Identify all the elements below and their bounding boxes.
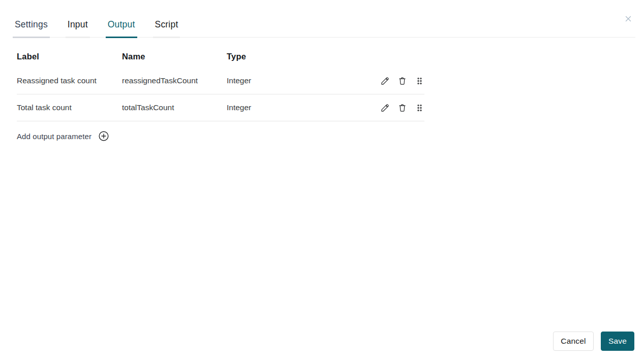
table-header-row: Label Name Type: [17, 38, 424, 68]
close-x-icon: [624, 14, 633, 23]
column-header-actions: [363, 52, 424, 61]
close-button[interactable]: [624, 14, 633, 23]
row-actions: [363, 103, 424, 113]
parameter-table-body: Reassigned task count reassignedTaskCoun…: [17, 68, 424, 121]
column-header-label: Label: [17, 52, 122, 61]
plus-circle-icon: [98, 130, 109, 142]
parameter-label: Reassigned task count: [17, 76, 122, 85]
tab-settings[interactable]: Settings: [13, 19, 50, 38]
column-header-type: Type: [227, 52, 363, 61]
delete-parameter-button[interactable]: [397, 103, 407, 113]
edit-parameter-button[interactable]: [380, 103, 390, 113]
cancel-button[interactable]: Cancel: [553, 332, 594, 351]
row-actions: [363, 76, 424, 86]
pencil-icon: [380, 103, 390, 113]
edit-parameter-button[interactable]: [380, 76, 390, 86]
parameter-label: Total task count: [17, 103, 122, 112]
parameter-name: totalTaskCount: [122, 103, 227, 112]
dialog-tab-bar: Settings Input Output Script: [13, 0, 635, 38]
trash-icon: [397, 103, 407, 113]
save-button[interactable]: Save: [601, 332, 634, 351]
column-header-name: Name: [122, 52, 227, 61]
add-output-parameter-label: Add output parameter: [17, 132, 91, 141]
drag-handle[interactable]: [414, 76, 424, 86]
table-row: Total task count totalTaskCount Integer: [17, 94, 424, 121]
parameter-name: reassignedTaskCount: [122, 76, 227, 85]
dialog-footer: Cancel Save: [553, 332, 634, 351]
add-output-parameter-button[interactable]: [98, 130, 109, 142]
tab-output[interactable]: Output: [106, 19, 137, 38]
parameter-type: Integer: [227, 103, 363, 112]
tab-script[interactable]: Script: [153, 19, 180, 38]
delete-parameter-button[interactable]: [397, 76, 407, 86]
tab-input[interactable]: Input: [66, 19, 90, 38]
drag-indicator-icon: [415, 76, 424, 86]
add-output-parameter-row: Add output parameter: [17, 126, 424, 146]
trash-icon: [397, 76, 407, 86]
table-row: Reassigned task count reassignedTaskCoun…: [17, 68, 424, 94]
output-parameters-panel: Label Name Type Reassigned task count re…: [17, 38, 424, 146]
parameter-type: Integer: [227, 76, 363, 85]
drag-indicator-icon: [415, 103, 424, 113]
pencil-icon: [380, 76, 390, 86]
drag-handle[interactable]: [414, 103, 424, 113]
